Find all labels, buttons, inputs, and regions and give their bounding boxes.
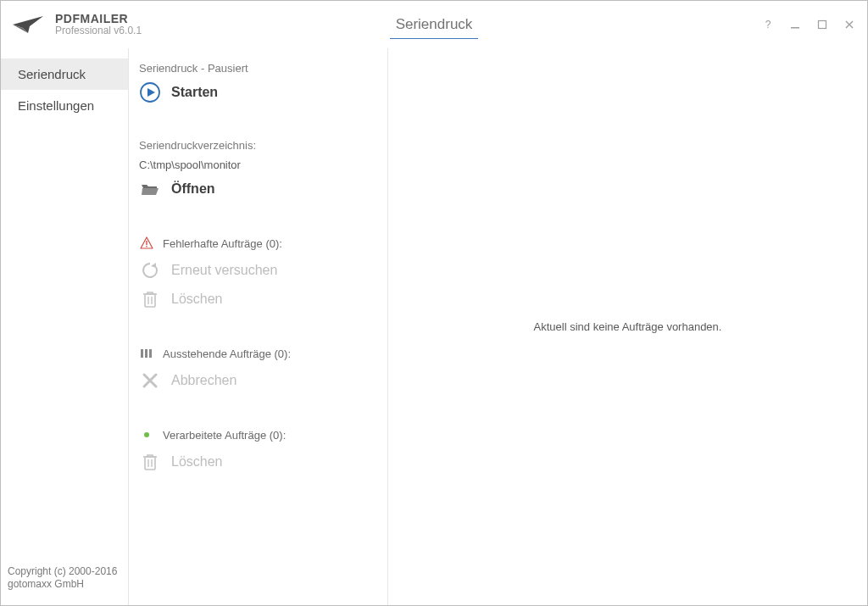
nav: Seriendruck Einstellungen xyxy=(1,48,128,121)
page-title-underline xyxy=(390,38,478,39)
app-subtitle: Professional v6.0.1 xyxy=(55,25,142,36)
svg-rect-11 xyxy=(141,349,143,358)
svg-point-14 xyxy=(144,432,149,437)
copyright: Copyright (c) 2000-2016 gotomaxx GmbH xyxy=(1,565,128,605)
open-button[interactable]: Öffnen xyxy=(139,178,372,200)
title-block: PDFMAILER Professional v6.0.1 xyxy=(55,13,142,37)
sidebar: Seriendruck Einstellungen Copyright (c) … xyxy=(1,48,129,605)
svg-marker-6 xyxy=(147,88,155,97)
dot-icon xyxy=(139,427,154,442)
delete-failed-button[interactable]: Löschen xyxy=(139,288,372,310)
svg-text:?: ? xyxy=(765,19,771,30)
pending-header: Ausstehende Aufträge (0): xyxy=(139,346,372,361)
copyright-line2: gotomaxx GmbH xyxy=(8,578,121,592)
svg-rect-4 xyxy=(819,21,826,29)
cancel-button[interactable]: Abbrechen xyxy=(139,370,372,392)
app-logo-icon xyxy=(11,13,45,36)
svg-marker-9 xyxy=(151,263,156,268)
failed-label: Fehlerhafte Aufträge (0): xyxy=(163,237,282,250)
trash-icon xyxy=(139,451,161,473)
page-title: Seriendruck xyxy=(396,16,473,33)
close-button[interactable] xyxy=(842,17,857,32)
delete-processed-label: Löschen xyxy=(171,454,223,470)
actions-panel: Seriendruck - Pausiert Starten Seriendru… xyxy=(129,48,388,605)
folder-open-icon xyxy=(139,178,161,200)
empty-message: Aktuell sind keine Aufträge vorhanden. xyxy=(534,320,722,333)
help-button[interactable]: ? xyxy=(760,17,776,32)
svg-marker-0 xyxy=(13,16,43,33)
body: Seriendruck Einstellungen Copyright (c) … xyxy=(1,48,867,605)
svg-rect-7 xyxy=(146,241,147,245)
window-controls: ? xyxy=(760,17,857,32)
open-label: Öffnen xyxy=(171,181,215,197)
processed-header: Verarbeitete Aufträge (0): xyxy=(139,427,372,442)
cancel-label: Abbrechen xyxy=(171,373,236,388)
app-window: PDFMAILER Professional v6.0.1 Seriendruc… xyxy=(0,0,868,606)
copyright-line1: Copyright (c) 2000-2016 xyxy=(8,565,121,579)
nav-item-seriendruck[interactable]: Seriendruck xyxy=(1,58,128,90)
dir-label: Seriendruckverzeichnis: xyxy=(139,139,372,152)
app-title: PDFMAILER xyxy=(55,13,142,25)
dir-path: C:\tmp\spool\monitor xyxy=(139,158,372,171)
pending-label: Ausstehende Aufträge (0): xyxy=(163,347,291,360)
warning-icon xyxy=(139,236,154,251)
processed-label: Verarbeitete Aufträge (0): xyxy=(163,429,286,442)
svg-rect-12 xyxy=(145,349,147,358)
delete-failed-label: Löschen xyxy=(171,292,223,307)
main-content: Aktuell sind keine Aufträge vorhanden. xyxy=(388,48,867,605)
status-label: Seriendruck - Pausiert xyxy=(139,62,372,75)
play-icon xyxy=(139,81,161,103)
svg-rect-13 xyxy=(149,349,152,358)
queue-icon xyxy=(139,346,154,361)
svg-rect-8 xyxy=(146,246,147,247)
start-label: Starten xyxy=(171,85,218,100)
titlebar: PDFMAILER Professional v6.0.1 Seriendruc… xyxy=(1,1,867,48)
refresh-icon xyxy=(139,259,161,281)
svg-rect-15 xyxy=(145,457,155,470)
start-button[interactable]: Starten xyxy=(139,81,372,103)
failed-header: Fehlerhafte Aufträge (0): xyxy=(139,236,372,251)
retry-label: Erneut versuchen xyxy=(171,263,277,278)
minimize-button[interactable] xyxy=(787,17,803,32)
svg-rect-3 xyxy=(791,27,799,29)
maximize-button[interactable] xyxy=(815,17,830,32)
nav-item-einstellungen[interactable]: Einstellungen xyxy=(1,90,128,121)
close-icon xyxy=(139,370,161,392)
trash-icon xyxy=(139,288,161,310)
svg-rect-10 xyxy=(145,294,155,307)
retry-button[interactable]: Erneut versuchen xyxy=(139,259,372,281)
delete-processed-button[interactable]: Löschen xyxy=(139,451,372,473)
